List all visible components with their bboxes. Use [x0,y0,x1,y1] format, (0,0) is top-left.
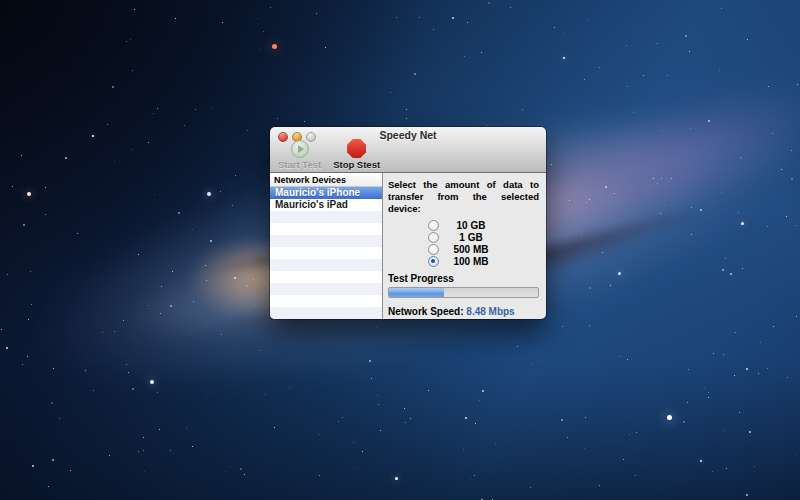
window-content: Network Devices Mauricio's iPhone Mauric… [270,173,546,319]
transfer-panel: Select the amount of data to transfer fr… [383,173,546,319]
toolbar: Start Test Stop Stest [270,144,546,172]
network-speed-label: Network Speed: [388,306,464,317]
speedy-net-window: Speedy Net Start Test Stop Stest Network… [270,127,546,319]
empty-list-row [270,247,382,259]
time-stat: Time: 00:37 [484,318,539,319]
radio-icon[interactable] [428,256,439,267]
window-chrome: Speedy Net Start Test Stop Stest [270,127,546,173]
empty-list-row [270,271,382,283]
stats: Network Speed: 8.48 Mbps Latency: 47.63 … [388,305,539,319]
option-1gb[interactable]: 1 GB [388,231,539,243]
instruction-line-2: transfer from the selected device: [388,191,539,215]
stop-octagon-icon [347,139,366,158]
network-speed-stat: Network Speed: 8.48 Mbps [388,305,539,318]
stop-test-label: Stop Stest [333,159,380,170]
progress-bar [388,287,539,298]
start-test-button[interactable]: Start Test [278,140,321,170]
instruction-text: Select the amount of data to transfer fr… [388,179,539,215]
empty-list-row [270,307,382,319]
empty-list-row [270,223,382,235]
empty-list-row [270,211,382,223]
empty-list-row [270,235,382,247]
radio-icon[interactable] [428,244,439,255]
data-amount-options: 10 GB 1 GB 500 MB 100 MB [388,219,539,267]
device-row-iphone[interactable]: Mauricio's iPhone [270,187,382,199]
start-test-label: Start Test [278,159,321,170]
test-progress-label: Test Progress [388,273,539,285]
network-speed-value: 8.48 Mbps [466,306,514,317]
instruction-line-1: Select the amount of data to [388,179,539,191]
desktop: Speedy Net Start Test Stop Stest Network… [0,0,800,500]
latency-time-stats: Latency: 47.63 ms Time: 00:37 [388,318,539,319]
empty-list-row [270,295,382,307]
option-10gb[interactable]: 10 GB [388,219,539,231]
network-devices-list: Network Devices Mauricio's iPhone Mauric… [270,173,383,319]
option-500mb[interactable]: 500 MB [388,243,539,255]
list-header: Network Devices [270,173,382,187]
progress-bar-fill [389,288,444,297]
empty-list-row [270,259,382,271]
radio-icon[interactable] [428,220,439,231]
stop-test-button[interactable]: Stop Stest [333,139,380,170]
play-icon [291,140,309,158]
radio-icon[interactable] [428,232,439,243]
latency-stat: Latency: 47.63 ms [388,318,474,319]
empty-list-row [270,283,382,295]
option-100mb[interactable]: 100 MB [388,255,539,267]
device-row-ipad[interactable]: Mauricio's iPad [270,199,382,211]
